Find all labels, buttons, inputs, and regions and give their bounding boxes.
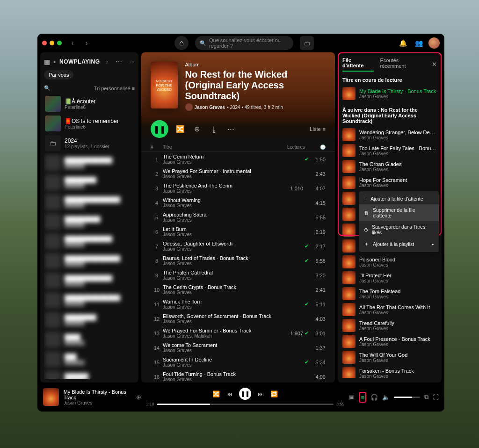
queue-item[interactable]: Hope For Sacrament Jason Graves <box>342 174 437 190</box>
fullscreen-icon[interactable]: ⛶ <box>433 394 439 401</box>
queue-item[interactable]: Too Late For Fairy Tales - Bonus Track J… <box>342 143 437 159</box>
add-button[interactable]: + <box>104 58 110 65</box>
queue-item[interactable]: The Will Of Your God Jason Graves <box>342 349 437 365</box>
track-number: 12 <box>151 316 163 322</box>
track-row[interactable]: 14 Welcome To Sacrament Jason Graves 1:3… <box>151 340 326 355</box>
track-list[interactable]: 1 The Cerim Return Jason Graves ✔ 1:502 … <box>141 152 335 383</box>
close-queue-button[interactable]: ✕ <box>432 61 437 68</box>
artist-avatar[interactable] <box>185 103 193 111</box>
queue-button[interactable]: ≡ <box>359 392 366 403</box>
track-row[interactable]: 8 Baurus, Lord of Trades - Bonus Track J… <box>151 253 326 268</box>
download-button[interactable]: ⭳ <box>209 125 219 133</box>
queue-item[interactable]: A Foul Presence - Bonus Track Jason Grav… <box>342 333 437 349</box>
track-row[interactable]: 10 The Cerim Crypts - Bonus Track Jason … <box>151 282 326 297</box>
library-icon[interactable]: ▥ <box>44 58 50 65</box>
track-row[interactable]: 13 We Prayed For Summer - Bonus Track Ja… <box>151 326 326 340</box>
nav-back-button[interactable]: ‹ <box>67 38 78 48</box>
tab-recent[interactable]: Écoutés récemment <box>380 58 426 71</box>
user-avatar[interactable] <box>428 37 440 49</box>
play-pause-button[interactable]: ❚❚ <box>239 388 251 400</box>
more-icon[interactable]: ⋯ <box>114 58 123 65</box>
track-title: Let It Burn <box>163 226 275 232</box>
friends-icon[interactable]: 👥 <box>413 37 425 49</box>
expand-icon[interactable]: → <box>127 58 137 65</box>
track-row[interactable]: 16 Foul Tide Turning - Bonus Track Jason… <box>151 369 326 383</box>
ctx-save-liked[interactable]: ⊕Sauvegarder dans Titres likés <box>359 221 439 238</box>
volume-icon[interactable]: 🔈 <box>382 394 390 401</box>
browse-button[interactable]: 🗃 <box>300 36 314 50</box>
notifications-icon[interactable]: 🔔 <box>397 37 409 49</box>
search-input[interactable]: 🔍 Que souhaitez-vous écouter ou regarder… <box>195 36 293 50</box>
nav-forward-button[interactable]: › <box>81 38 92 48</box>
filter-chip[interactable]: Par vous <box>44 70 73 79</box>
volume-slider[interactable] <box>394 397 420 398</box>
context-menu[interactable]: ≡Ajouter à la file d'attente 🗑Supprimer … <box>359 191 439 252</box>
sidebar-item[interactable]: 📗À écouter Peterline6 <box>44 94 135 114</box>
tab-queue[interactable]: File d'attente <box>342 57 374 72</box>
add-liked-button[interactable]: ⊕ <box>136 394 141 401</box>
player-now-playing[interactable]: My Blade Is Thirsty - Bonus Track Jason … <box>43 388 141 406</box>
shuffle-button[interactable]: 🔀 <box>175 125 185 133</box>
queue-item[interactable]: All The Rot That Comes With It Jason Gra… <box>342 302 437 318</box>
track-row[interactable]: 5 Approaching Sacra Jason Graves 5:55 <box>151 210 326 224</box>
ctx-add-queue[interactable]: ≡Ajouter à la file d'attente <box>359 193 439 204</box>
play-button[interactable]: ❚❚ <box>151 120 168 138</box>
maximize-window-icon[interactable] <box>57 41 62 45</box>
ctx-remove-queue[interactable]: 🗑Supprimer de la file d'attente <box>359 204 439 221</box>
album-cover[interactable]: NO REST FOR THE WICKED <box>151 62 178 108</box>
queue-list[interactable]: Wandering Stranger, Below Deck -… Jason … <box>342 127 437 378</box>
track-number: 7 <box>151 244 163 249</box>
prev-button[interactable]: ⏮ <box>226 390 232 397</box>
minimize-window-icon[interactable] <box>50 41 54 45</box>
queue-item[interactable]: I'll Protect Her Jason Graves <box>342 270 437 286</box>
track-row[interactable]: 6 Let It Burn Jason Graves 6:19 <box>151 224 326 239</box>
track-row[interactable]: 9 The Phalen Cathedral Jason Graves 3:20 <box>151 268 326 282</box>
track-row[interactable]: 3 The Pestilence And The Cerim Jason Gra… <box>151 181 326 195</box>
shuffle-button[interactable]: 🔀 <box>212 390 220 397</box>
track-row[interactable]: 2 We Prayed For Summer - Instrumental Ja… <box>151 166 326 181</box>
playlist-thumb <box>45 96 61 112</box>
queue-track-title: All The Rot That Comes With It <box>359 304 430 310</box>
folder-subtitle: 12 playlists, 1 dossier <box>65 144 109 149</box>
ctx-add-playlist[interactable]: ＋Ajouter à la playlist▸ <box>359 238 439 250</box>
more-options-button[interactable]: ⋯ <box>225 125 236 133</box>
view-toggle[interactable]: Liste ≡ <box>310 126 326 132</box>
track-row[interactable]: 12 Ellsworth, Govenor of Sacrament - Bon… <box>151 311 326 326</box>
folder-item[interactable]: 🗀 2024 12 playlists, 1 dossier <box>44 133 135 153</box>
now-playing-label: Titre en cours de lecture <box>342 77 437 83</box>
queue-item[interactable]: Tread Carefully Jason Graves <box>342 318 437 333</box>
queue-thumb <box>342 255 356 268</box>
queue-item[interactable]: Forsaken - Bonus Track Jason Graves <box>342 365 437 378</box>
add-to-library-button[interactable]: ⊕ <box>192 125 202 133</box>
sort-button[interactable]: Tri personnalisé ≡ <box>94 86 135 91</box>
track-row[interactable]: 15 Sacrament In Decline Jason Graves ✔ 5… <box>151 355 326 369</box>
window-controls[interactable] <box>42 41 62 45</box>
next-button[interactable]: ⏭ <box>258 390 264 397</box>
queue-item[interactable]: The Torn Falstead Jason Graves <box>342 286 437 302</box>
now-playing-view-icon[interactable]: ▣ <box>349 394 355 401</box>
queue-now-playing[interactable]: My Blade Is Thirsty - Bonus Track Jason … <box>342 86 437 101</box>
sidebar-item[interactable]: 🧧OSTs to remember Peterline6 <box>44 114 135 133</box>
track-row[interactable]: 1 The Cerim Return Jason Graves ✔ 1:50 <box>151 152 326 166</box>
queue-track-artist: Jason Graves <box>359 374 414 378</box>
queue-item[interactable]: Wandering Stranger, Below Deck -… Jason … <box>342 127 437 143</box>
back-icon[interactable]: ‹ <box>54 58 56 65</box>
track-row[interactable]: 11 Warrick The Torn Jason Graves ✔ 5:11 <box>151 297 326 311</box>
queue-track-artist: Jason Graves <box>359 262 395 267</box>
miniplayer-icon[interactable]: ⧉ <box>424 393 428 401</box>
progress-bar[interactable]: 1:10 3:59 <box>146 402 344 406</box>
artist-link[interactable]: Jason Graves <box>195 105 225 110</box>
repeat-button[interactable]: 🔁 <box>270 390 278 397</box>
queue-item[interactable]: The Orban Glades Jason Graves <box>342 159 437 174</box>
close-window-icon[interactable] <box>42 41 47 45</box>
track-row[interactable]: 7 Odessa, Daughter of Ellsworth Jason Gr… <box>151 239 326 253</box>
queue-track-artist: Jason Graves <box>359 326 394 331</box>
track-row[interactable]: 4 Without Warning Jason Graves 4:15 <box>151 195 326 210</box>
queue-item[interactable]: Poisoned Blood Jason Graves <box>342 254 437 270</box>
connect-device-icon[interactable]: 🎧 <box>370 394 378 401</box>
queue-track-title: Wandering Stranger, Below Deck -… <box>359 130 437 135</box>
queue-track-title: Tread Carefully <box>359 320 394 326</box>
home-button[interactable]: ⌂ <box>174 36 189 50</box>
search-library-icon[interactable]: 🔍 <box>44 85 51 91</box>
chevron-right-icon: ▸ <box>432 242 434 246</box>
